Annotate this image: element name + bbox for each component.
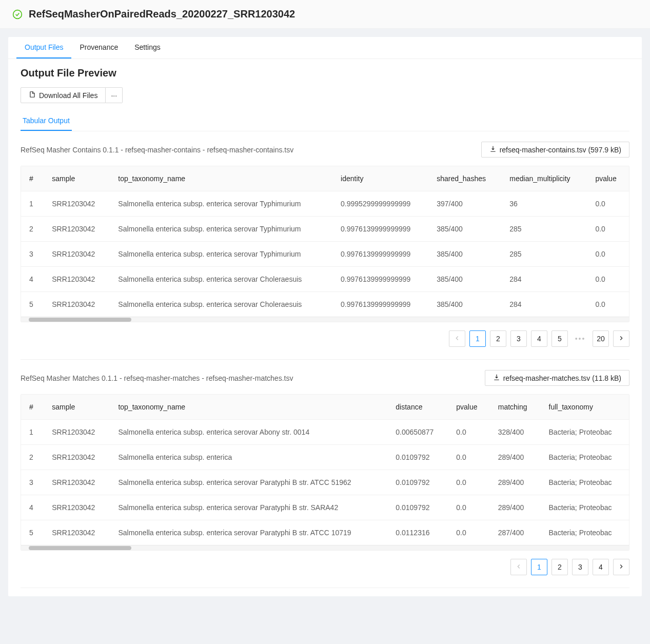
col-median: median_multiplicity: [501, 166, 587, 191]
table-row: 1SRR1203042Salmonella enterica subsp. en…: [21, 420, 629, 445]
table-row: 3SRR1203042Salmonella enterica subsp. en…: [21, 242, 629, 267]
cell-matching: 289/400: [490, 445, 541, 470]
matches-table: # sample top_taxonomy_name distance pval…: [21, 395, 629, 545]
page-3-button[interactable]: 3: [572, 559, 588, 575]
matches-download-label: refseq-masher-matches.tsv (11.8 kB): [503, 374, 621, 382]
cell-tax: Salmonella enterica subsp. enterica sero…: [110, 191, 332, 217]
prev-page-button[interactable]: [510, 559, 527, 575]
tab-settings[interactable]: Settings: [126, 37, 169, 58]
content-card: Output Files Provenance Settings Output …: [8, 37, 642, 596]
col-full-tax: full_taxonomy: [541, 395, 629, 420]
cell-tax: Salmonella enterica subsp. enterica sero…: [110, 217, 332, 242]
page-header: RefSeqMasherOnPairedReads_20200227_SRR12…: [0, 0, 650, 29]
matches-table-wrap[interactable]: # sample top_taxonomy_name distance pval…: [21, 394, 629, 551]
chevron-left-icon: [454, 335, 461, 343]
page-last-button[interactable]: 20: [593, 330, 609, 347]
cell-shared: 385/400: [428, 217, 501, 242]
cell-shared: 385/400: [428, 267, 501, 292]
page-3-button[interactable]: 3: [510, 330, 527, 347]
cell-distance: 0.0109792: [387, 470, 448, 495]
next-page-button[interactable]: [613, 330, 629, 347]
contains-download-button[interactable]: refseq-masher-contains.tsv (597.9 kB): [481, 142, 629, 158]
col-shared: shared_hashes: [428, 166, 501, 191]
cell-pvalue: 0.0: [587, 267, 629, 292]
success-check-icon: [12, 9, 23, 19]
cell-tax: Salmonella enterica subsp. enterica sero…: [110, 420, 387, 445]
page-1-button[interactable]: 1: [469, 330, 486, 347]
page-4-button[interactable]: 4: [531, 330, 547, 347]
page-2-button[interactable]: 2: [490, 330, 506, 347]
download-all-label: Download All Files: [39, 91, 97, 100]
cell-tax: Salmonella enterica subsp. enterica sero…: [110, 495, 387, 520]
cell-n: 3: [21, 470, 44, 495]
output-subtabs: Tabular Output: [21, 111, 629, 131]
cell-full: Bacteria; Proteobac: [541, 520, 629, 545]
col-pvalue: pvalue: [587, 166, 629, 191]
scrollbar-thumb[interactable]: [29, 546, 131, 550]
cell-identity: 0.9976139999999999: [332, 267, 428, 292]
cell-pvalue: 0.0: [587, 242, 629, 267]
cell-matching: 289/400: [490, 470, 541, 495]
cell-identity: 0.9976139999999999: [332, 242, 428, 267]
scrollbar-thumb[interactable]: [29, 318, 131, 322]
page-5-button[interactable]: 5: [551, 330, 568, 347]
page-ellipsis[interactable]: •••: [572, 330, 588, 347]
page-1-button[interactable]: 1: [531, 559, 547, 575]
table-row: 2SRR1203042Salmonella enterica subsp. en…: [21, 445, 629, 470]
cell-sample: SRR1203042: [44, 217, 110, 242]
ellipsis-icon: ···: [111, 91, 117, 100]
cell-pvalue: 0.0: [587, 292, 629, 317]
cell-identity: 0.9995299999999999: [332, 191, 428, 217]
cell-distance: 0.0109792: [387, 445, 448, 470]
cell-tax: Salmonella enterica subsp. enterica sero…: [110, 520, 387, 545]
col-sample: sample: [44, 166, 110, 191]
cell-n: 2: [21, 445, 44, 470]
cell-distance: 0.0109792: [387, 495, 448, 520]
subtab-tabular-output[interactable]: Tabular Output: [21, 111, 72, 131]
matches-desc: RefSeq Masher Matches 0.1.1 - refseq-mas…: [21, 374, 293, 382]
download-all-button[interactable]: Download All Files: [21, 87, 106, 103]
download-button-row: Download All Files ···: [21, 87, 629, 103]
horizontal-scrollbar[interactable]: [21, 545, 629, 550]
col-identity: identity: [332, 166, 428, 191]
cell-shared: 397/400: [428, 191, 501, 217]
svg-point-0: [13, 10, 22, 18]
cell-sample: SRR1203042: [44, 292, 110, 317]
matches-download-button[interactable]: refseq-masher-matches.tsv (11.8 kB): [485, 370, 629, 386]
cell-tax: Salmonella enterica subsp. enterica sero…: [110, 242, 332, 267]
col-distance: distance: [387, 395, 448, 420]
more-options-button[interactable]: ···: [106, 87, 123, 103]
col-sample: sample: [44, 395, 110, 420]
table-header-row: # sample top_taxonomy_name distance pval…: [21, 395, 629, 420]
tab-provenance[interactable]: Provenance: [71, 37, 126, 58]
cell-tax: Salmonella enterica subsp. enterica: [110, 445, 387, 470]
horizontal-scrollbar[interactable]: [21, 317, 629, 322]
matches-table-header: RefSeq Masher Matches 0.1.1 - refseq-mas…: [21, 370, 629, 386]
file-icon: [29, 91, 36, 100]
contains-desc: RefSeq Masher Contains 0.1.1 - refseq-ma…: [21, 146, 293, 154]
table-row: 4SRR1203042Salmonella enterica subsp. en…: [21, 267, 629, 292]
cell-median: 284: [501, 292, 587, 317]
page-2-button[interactable]: 2: [551, 559, 568, 575]
table-row: 5SRR1203042Salmonella enterica subsp. en…: [21, 292, 629, 317]
col-num: #: [21, 166, 44, 191]
cell-pvalue: 0.0: [587, 191, 629, 217]
section-heading: Output File Preview: [21, 67, 629, 79]
chevron-right-icon: [618, 563, 625, 572]
cell-identity: 0.9976139999999999: [332, 292, 428, 317]
cell-median: 285: [501, 217, 587, 242]
prev-page-button[interactable]: [449, 330, 465, 347]
contains-table-wrap[interactable]: # sample top_taxonomy_name identity shar…: [21, 166, 629, 322]
cell-sample: SRR1203042: [44, 420, 110, 445]
table-row: 2SRR1203042Salmonella enterica subsp. en…: [21, 217, 629, 242]
main-tabs: Output Files Provenance Settings: [8, 37, 642, 59]
cell-full: Bacteria; Proteobac: [541, 445, 629, 470]
cell-full: Bacteria; Proteobac: [541, 420, 629, 445]
cell-full: Bacteria; Proteobac: [541, 495, 629, 520]
next-page-button[interactable]: [613, 559, 629, 575]
tab-output-files[interactable]: Output Files: [16, 37, 71, 58]
chevron-left-icon: [515, 563, 522, 572]
page-4-button[interactable]: 4: [593, 559, 609, 575]
table-row: 3SRR1203042Salmonella enterica subsp. en…: [21, 470, 629, 495]
cell-sample: SRR1203042: [44, 495, 110, 520]
